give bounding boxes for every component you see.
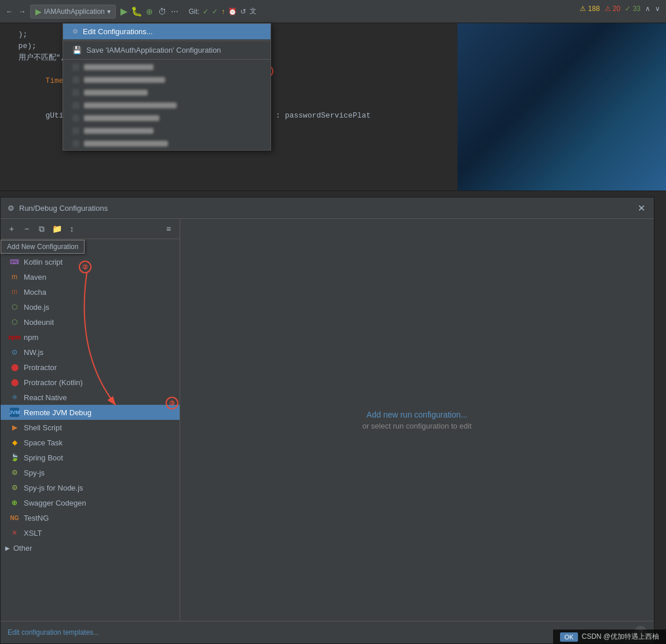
dialog-title: ⚙ Run/Debug Configurations — [8, 204, 108, 213]
add-config-tooltip-text: Add New Configuration — [7, 243, 78, 251]
profile-icon[interactable]: ⏱ — [158, 7, 167, 16]
run-debug-dialog: ⚙ Run/Debug Configurations ✕ + − ⧉ 📁 ↕ ≡… — [0, 197, 654, 644]
back-icon[interactable]: ← — [5, 7, 14, 16]
expand-icon[interactable]: ∧ — [645, 5, 650, 13]
dropdown-separator — [63, 41, 270, 41]
more-icon[interactable]: ⋯ — [170, 7, 180, 16]
config-item-label: npm — [24, 333, 38, 342]
collapse-button[interactable]: ≡ — [162, 222, 175, 235]
dialog-config-toolbar: + − ⧉ 📁 ↕ ≡ Add New Configuration — [1, 219, 180, 239]
error-count: ⚠ 20 — [605, 5, 621, 13]
edit-config-icon: ⚙ — [72, 28, 78, 35]
git-check2-icon[interactable]: ✓ — [212, 8, 218, 16]
config-item-label: React Native — [24, 393, 67, 402]
git-check-icon[interactable]: ✓ — [203, 8, 208, 16]
config-item-testng[interactable]: NG TestNG — [1, 510, 180, 525]
npm-icon: npm — [10, 332, 19, 342]
kotlin-script-icon: ⌨ — [10, 257, 19, 266]
spy-js-nodejs-icon: ⚙ — [10, 483, 19, 492]
copy-config-button[interactable]: ⧉ — [35, 222, 48, 235]
config-item-nodejs[interactable]: ⬡ Node.js — [1, 299, 180, 314]
dropdown-separator2 — [63, 59, 270, 60]
remove-config-button[interactable]: − — [20, 222, 33, 235]
config-item-spy-js-nodejs[interactable]: ⚙ Spy-js for Node.js — [1, 480, 180, 495]
dialog-icon: ⚙ — [8, 204, 14, 213]
config-item-label: Nodeunit — [24, 318, 54, 327]
save-config-item[interactable]: 💾 Save 'IAMAuthApplication' Configuratio… — [63, 42, 270, 58]
config-item-protractor-kotlin[interactable]: ⬤ Protractor (Kotlin) — [1, 375, 180, 390]
config-item-nwjs[interactable]: ⊙ NW.js — [1, 345, 180, 360]
run-config-icon: ▶ — [35, 7, 42, 16]
space-task-icon: ◆ — [10, 438, 19, 447]
config-item-spy-js[interactable]: ⚙ Spy-js — [1, 465, 180, 480]
editor-area: ← → ▶ IAMAuthApplication ▾ ▶ 🐛 ⊕ ⏱ ⋯ Git… — [0, 0, 666, 191]
csdn-ok-button[interactable]: OK — [560, 632, 579, 642]
config-item-react-native[interactable]: ⚛ React Native — [1, 390, 180, 405]
config-item-maven[interactable]: m Maven — [1, 269, 180, 284]
protractor-kotlin-icon: ⬤ — [10, 378, 19, 387]
blurred-item-5 — [63, 112, 270, 125]
save-config-label: Save 'IAMAuthApplication' Configuration — [86, 46, 221, 54]
config-item-label: Swagger Codegen — [24, 499, 86, 507]
config-item-kotlin-script[interactable]: ⌨ Kotlin script — [1, 254, 180, 269]
sort-config-button[interactable]: ↕ — [65, 222, 78, 235]
git-history-icon[interactable]: ⏰ — [228, 8, 237, 16]
move-config-button[interactable]: 📁 — [50, 222, 63, 235]
forward-icon[interactable]: → — [17, 7, 27, 16]
blurred-item-7 — [63, 137, 270, 150]
csdn-username: CSDN @优加特遇上西柚 — [581, 632, 659, 642]
config-group-label: Other — [13, 544, 32, 552]
config-item-shell-script[interactable]: ▶ Shell Script — [1, 420, 180, 435]
shell-script-icon: ▶ — [10, 423, 19, 432]
git-revert-icon[interactable]: ↺ — [240, 8, 246, 16]
collapse-icon[interactable]: ∨ — [655, 5, 660, 13]
save-icon: 💾 — [72, 46, 82, 54]
config-item-label: Node.js — [24, 303, 49, 312]
edit-configurations-label: Edit Configurations... — [83, 27, 153, 36]
empty-state-text: or select run configuration to edit — [363, 422, 472, 430]
spy-js-icon: ⚙ — [10, 468, 19, 477]
coverage-icon[interactable]: ⊕ — [145, 7, 154, 16]
edit-templates-link[interactable]: Edit configuration templates... — [8, 628, 99, 636]
nodejs-icon: ⬡ — [10, 302, 19, 312]
spring-boot-icon: 🍃 — [10, 453, 19, 462]
nwjs-icon: ⊙ — [10, 347, 19, 357]
testng-icon: NG — [10, 513, 19, 522]
add-config-button[interactable]: + — [5, 222, 18, 235]
run-icon[interactable]: ▶ — [119, 7, 129, 16]
config-item-mocha[interactable]: m Mocha — [1, 284, 180, 299]
blurred-item-2 — [63, 74, 270, 86]
dialog-close-button[interactable]: ✕ — [635, 202, 647, 214]
csdn-bar: OK CSDN @优加特遇上西柚 — [553, 630, 666, 644]
config-item-label: Shell Script — [24, 423, 62, 432]
react-native-icon: ⚛ — [10, 393, 19, 402]
git-section: Git: ✓ ✓ ↑ ⏰ ↺ 文 — [189, 6, 257, 16]
config-item-label: Protractor (Kotlin) — [24, 378, 83, 387]
edit-configurations-item[interactable]: ⚙ Edit Configurations... — [63, 24, 270, 39]
config-item-xslt[interactable]: ✕ XSLT — [1, 525, 180, 540]
config-item-npm[interactable]: npm npm — [1, 330, 180, 345]
config-item-spring-boot[interactable]: 🍃 Spring Boot — [1, 450, 180, 465]
config-item-label: TestNG — [24, 514, 49, 522]
debug-icon[interactable]: 🐛 — [132, 7, 141, 16]
config-group-other[interactable]: ▶ Other — [1, 540, 180, 554]
config-item-label: Remote JVM Debug — [24, 408, 92, 417]
ok-count: ✓ 33 — [625, 5, 641, 13]
dialog-body: + − ⧉ 📁 ↕ ≡ Add New Configuration K Kotl… — [1, 219, 654, 621]
add-run-config-link[interactable]: Add new run configuration... — [367, 410, 467, 419]
run-config-button[interactable]: ▶ IAMAuthApplication ▾ — [30, 5, 116, 19]
config-list: K Kotlin ⌨ Kotlin script m Maven m Mocha… — [1, 239, 180, 621]
git-translate-icon[interactable]: 文 — [250, 6, 257, 16]
config-item-protractor[interactable]: ⬤ Protractor — [1, 360, 180, 375]
git-push-icon[interactable]: ↑ — [221, 8, 225, 16]
config-item-space-task[interactable]: ◆ Space Task — [1, 435, 180, 450]
config-item-nodeunit[interactable]: ⬡ Nodeunit — [1, 314, 180, 330]
maven-icon: m — [10, 272, 19, 281]
remote-jvm-icon: JVM — [10, 408, 19, 417]
config-item-remote-jvm[interactable]: JVM Remote JVM Debug — [1, 405, 180, 420]
blurred-item-6 — [63, 125, 270, 137]
dropdown-arrow-icon: ▾ — [107, 8, 111, 16]
nodeunit-icon: ⬡ — [10, 317, 19, 327]
config-item-swagger[interactable]: ⊕ Swagger Codegen — [1, 495, 180, 510]
swagger-icon: ⊕ — [10, 498, 19, 507]
